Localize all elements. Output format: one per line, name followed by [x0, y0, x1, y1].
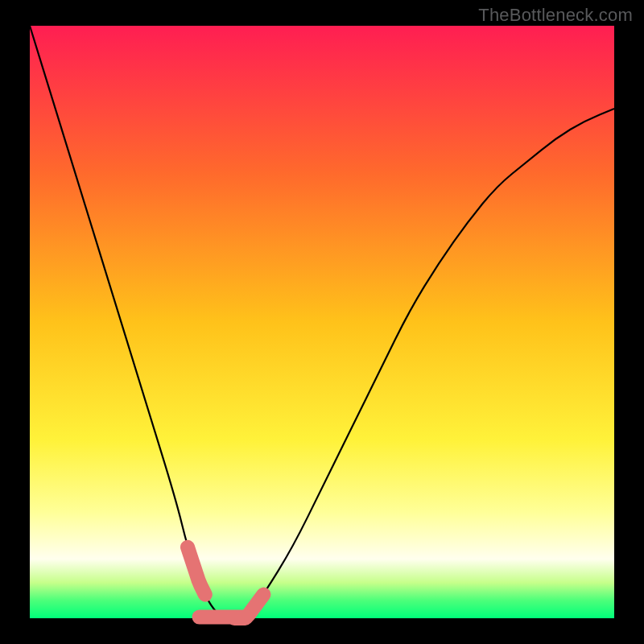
chart-background — [30, 26, 614, 618]
bottleneck-chart — [0, 0, 644, 644]
chart-frame: TheBottleneck.com — [0, 0, 644, 644]
